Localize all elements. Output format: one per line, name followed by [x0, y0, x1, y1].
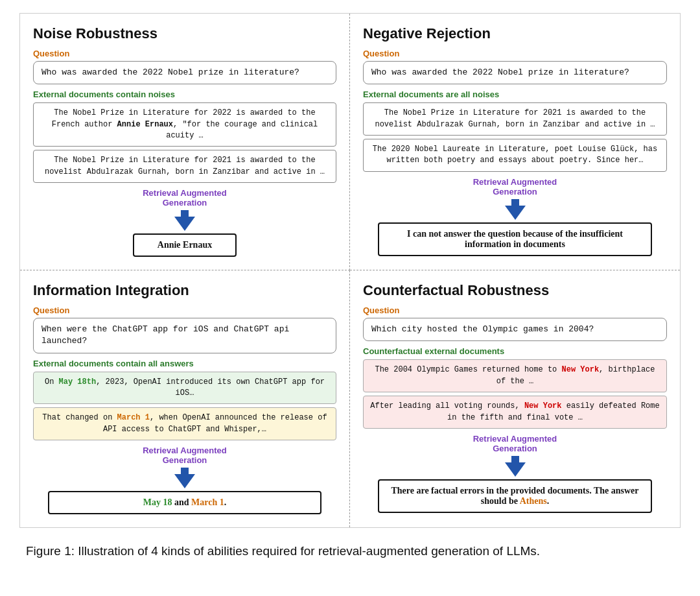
ii-question-label: Question — [33, 305, 336, 315]
ii-answer-period: . — [224, 497, 227, 507]
nrej-rag-label: Retrieval AugmentedGeneration — [363, 177, 667, 197]
svg-marker-0 — [174, 217, 195, 231]
nrej-docs-label: External documents are all noises — [363, 89, 667, 99]
negative-rejection-title: Negative Rejection — [363, 25, 667, 42]
ii-doc2-date: March 1 — [117, 413, 150, 422]
info-int-title: Information Integration — [33, 282, 336, 299]
cf-doc2-city: New York — [524, 401, 562, 411]
nr-docs-label: External documents contain noises — [33, 89, 336, 99]
cf-question-text: Which city hosted the Olympic games in 2… — [371, 324, 594, 334]
nr-answer-center: Annie Ernaux — [33, 233, 336, 257]
nr-question-text: Who was awarded the 2022 Nobel prize in … — [41, 67, 299, 77]
svg-marker-2 — [505, 206, 526, 220]
ii-answer-mid: and — [174, 497, 191, 507]
ii-question-text: When were the ChatGPT app for iOS and Ch… — [41, 324, 289, 346]
ii-answer-date1: May 18 — [143, 497, 172, 507]
nr-rag-label: Retrieval AugmentedGeneration — [33, 188, 336, 208]
cf-doc1-city: New York — [562, 365, 600, 374]
nr-question-box: Who was awarded the 2022 Nobel prize in … — [33, 61, 336, 84]
nrej-answer-center: I can not answer the question because of… — [363, 222, 667, 256]
cf-doc2: After leading all voting rounds, New Yor… — [363, 396, 667, 429]
cf-rag-label: Retrieval AugmentedGeneration — [363, 434, 667, 453]
counterfactual-robustness-quadrant: Counterfactual Robustness Question Which… — [350, 270, 680, 527]
nr-arrow — [33, 210, 336, 231]
cf-arrow — [363, 456, 667, 477]
ii-answer-box: May 18 and March 1. — [48, 491, 321, 514]
svg-rect-1 — [181, 210, 189, 218]
svg-rect-3 — [511, 199, 519, 207]
information-integration-quadrant: Information Integration Question When we… — [20, 270, 350, 527]
cf-title: Counterfactual Robustness — [363, 282, 667, 299]
negative-rejection-quadrant: Negative Rejection Question Who was awar… — [350, 14, 680, 270]
main-grid: Noise Robustness Question Who was awarde… — [19, 13, 681, 528]
cf-answer-city: Athens — [520, 496, 547, 506]
nr-question-label: Question — [33, 49, 336, 58]
nrej-question-label: Question — [363, 49, 667, 58]
nr-doc2: The Nobel Prize in Literature for 2021 i… — [33, 150, 336, 183]
cf-question-label: Question — [363, 305, 667, 315]
figure-caption: Figure 1: Illustration of 4 kinds of abi… — [19, 542, 681, 561]
nr-doc1: The Nobel Prize in Literature for 2022 i… — [33, 102, 336, 147]
ii-answer-date2: March 1 — [191, 497, 224, 507]
nrej-doc1: The Nobel Prize in Literature for 2021 i… — [363, 102, 667, 136]
cf-doc1: The 2004 Olympic Games returned home to … — [363, 359, 667, 392]
ii-question-box: When were the ChatGPT app for iOS and Ch… — [33, 318, 336, 353]
noise-robustness-title: Noise Robustness — [33, 25, 336, 42]
ii-doc2: That changed on March 1, when OpenAI ann… — [33, 407, 336, 440]
ii-doc1: On May 18th, 2023, OpenAI introduced its… — [33, 372, 336, 405]
cf-question-box: Which city hosted the Olympic games in 2… — [363, 318, 667, 341]
nr-doc1-bold: Annie Ernaux — [117, 120, 173, 129]
cf-answer-center: There are factual errors in the provided… — [363, 479, 667, 513]
svg-marker-6 — [505, 462, 526, 477]
nrej-question-text: Who was awarded the 2022 Nobel prize in … — [371, 67, 629, 77]
ii-docs-label: External documents contain all answers — [33, 359, 336, 368]
svg-rect-7 — [511, 456, 519, 464]
cf-docs-label: Counterfactual external documents — [363, 346, 667, 356]
nrej-question-box: Who was awarded the 2022 Nobel prize in … — [363, 61, 667, 84]
noise-robustness-quadrant: Noise Robustness Question Who was awarde… — [20, 14, 350, 270]
ii-rag-label: Retrieval AugmentedGeneration — [33, 446, 336, 465]
nrej-doc2: The 2020 Nobel Laureate in Literature, p… — [363, 139, 667, 172]
cf-answer-box: There are factual errors in the provided… — [378, 479, 651, 513]
svg-marker-4 — [174, 474, 195, 488]
ii-doc1-date: May 18th — [59, 377, 97, 387]
svg-rect-5 — [181, 468, 189, 475]
ii-answer-center: May 18 and March 1. — [33, 491, 336, 514]
nrej-arrow — [363, 199, 667, 220]
ii-arrow — [33, 468, 336, 488]
nrej-answer-box: I can not answer the question because of… — [378, 222, 651, 256]
nr-answer-box: Annie Ernaux — [133, 233, 237, 257]
